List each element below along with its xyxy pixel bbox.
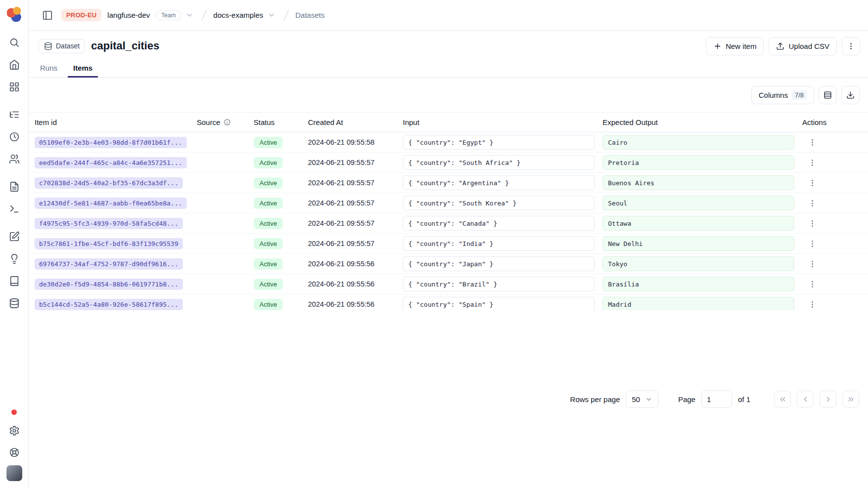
upload-csv-label: Upload CSV [788,42,829,50]
langfuse-logo[interactable] [7,7,22,22]
table-row: f4975c95-5fc3-4939-970d-58fa5cd48... Act… [29,213,868,234]
rows-per-page-select[interactable]: 50 [626,390,658,408]
column-header-status[interactable]: Status [254,118,308,126]
breadcrumb-section[interactable]: Datasets [296,11,325,19]
input-cell: { "country": "South Korea" } [403,196,595,210]
input-cell: { "country": "Egypt" } [403,135,595,150]
status-dot [11,409,17,415]
expected-output-cell: Cairo [603,135,794,150]
row-actions-button[interactable] [804,175,820,191]
table-row: eed5dafe-244f-465c-a84c-4a6e357251... Ac… [29,153,868,173]
chevrons-left-icon [779,395,787,404]
row-actions-button[interactable] [804,256,820,272]
columns-button[interactable]: Columns 7/8 [751,86,814,104]
item-id-link[interactable]: eed5dafe-244f-465c-a84c-4a6e357251... [35,157,187,168]
page-more-actions-button[interactable] [842,37,860,55]
columns-label: Columns [759,91,788,99]
column-header-actions: Actions [802,118,868,126]
row-actions-button[interactable] [804,276,820,292]
page-count-label: of 1 [738,395,750,404]
more-vertical-icon [808,219,817,228]
expected-output-cell: Ottawa [603,216,794,231]
org-name[interactable]: langfuse-dev [107,11,150,19]
row-actions-button[interactable] [804,134,820,150]
sidebar-nav [5,34,23,312]
column-header-created-at[interactable]: Created At [308,118,403,126]
item-id-link[interactable]: e12430df-5e81-4687-aabb-f0ea65be8a... [35,198,187,209]
environment-badge: PROD-EU [61,9,101,21]
row-actions-button[interactable] [804,155,820,170]
sidebar-datasets-button[interactable] [5,294,23,312]
table-row: c702838d-24d5-40a2-bf35-67dc3a3df... Act… [29,173,868,193]
sidebar-toggle-button[interactable] [40,7,55,23]
item-id-link[interactable]: b5c144cd-52a5-4a80-926e-58617f895... [35,299,183,310]
export-button[interactable] [841,86,860,104]
last-page-button[interactable] [842,391,859,407]
column-header-expected-output[interactable]: Expected Output [603,118,802,126]
sidebar-sessions-button[interactable] [5,128,23,146]
created-at-cell: 2024-06-21 09:55:57 [308,179,403,187]
file-text-icon [9,181,20,192]
previous-page-button[interactable] [797,391,814,407]
page-number-input[interactable] [701,390,732,408]
chevrons-right-icon [847,395,855,404]
tab-items[interactable]: Items [72,58,93,77]
table-row: 05109ef0-2e3b-4e03-98dd-8f7d01b61f... Ac… [29,132,868,153]
org-switcher-button[interactable] [184,10,195,20]
breadcrumb-bar: PROD-EU langfuse-dev Team docs-examples … [29,0,868,31]
sidebar-annotation-button[interactable] [5,228,23,245]
row-actions-button[interactable] [804,236,820,251]
page-title: capital_cities [91,40,159,52]
new-item-button[interactable]: New item [706,37,764,55]
column-header-item-id[interactable]: Item id [35,118,197,126]
sidebar-tracing-button[interactable] [5,106,23,123]
row-actions-button[interactable] [804,296,820,310]
input-cell: { "country": "Brazil" } [403,277,595,291]
column-header-source[interactable]: Source [197,118,254,126]
project-switcher-button[interactable] [266,10,277,20]
more-vertical-icon [808,280,817,288]
pagination-bar: Rows per page 50 Page of 1 [29,310,868,488]
home-icon [9,59,20,70]
item-id-link[interactable]: de30d2e0-f5d9-4854-88b6-0619771b8... [35,279,183,290]
row-actions-button[interactable] [804,215,820,231]
book-icon [9,276,20,286]
source-header-label: Source [197,118,220,126]
sidebar-users-button[interactable] [5,150,23,168]
sidebar-home-button[interactable] [5,56,23,74]
sidebar-dashboards-button[interactable] [5,78,23,96]
upload-csv-button[interactable]: Upload CSV [769,37,837,55]
status-badge: Active [254,177,283,189]
next-page-button[interactable] [820,391,836,407]
user-avatar[interactable] [6,465,22,481]
table-row: b75c7861-1fbe-45cf-bdf6-83f139c95539 Act… [29,234,868,254]
item-id-link[interactable]: 05109ef0-2e3b-4e03-98dd-8f7d01b61f... [35,137,187,148]
item-id-link[interactable]: 69764737-34af-4752-9787-d90df9616... [35,258,183,270]
sidebar [0,0,29,488]
item-id-link[interactable]: b75c7861-1fbe-45cf-bdf6-83f139c95539 [35,238,183,249]
settings-button[interactable] [5,422,23,440]
sidebar-evaluation-button[interactable] [5,250,23,268]
sidebar-library-button[interactable] [5,272,23,290]
status-badge: Active [254,198,283,209]
tab-runs[interactable]: Runs [39,58,58,77]
item-id-link[interactable]: c702838d-24d5-40a2-bf35-67dc3a3df... [35,177,183,189]
sidebar-search-button[interactable] [5,34,23,51]
row-height-button[interactable] [819,86,837,104]
item-id-link[interactable]: f4975c95-5fc3-4939-970d-58fa5cd48... [35,218,183,229]
status-badge: Active [254,258,283,270]
breadcrumb-separator [201,9,208,22]
project-name[interactable]: docs-examples [214,11,263,19]
row-actions-button[interactable] [804,195,820,211]
square-pen-icon [9,231,20,242]
sidebar-prompts-button[interactable] [5,178,23,196]
chevron-down-icon [267,11,276,19]
column-header-input[interactable]: Input [403,118,603,126]
support-button[interactable] [5,444,23,461]
more-vertical-icon [808,199,817,207]
rows-per-page-value: 50 [632,395,640,404]
first-page-button[interactable] [774,391,791,407]
more-vertical-icon [808,179,817,187]
sidebar-playground-button[interactable] [5,200,23,218]
expected-output-cell: Seoul [603,196,794,210]
